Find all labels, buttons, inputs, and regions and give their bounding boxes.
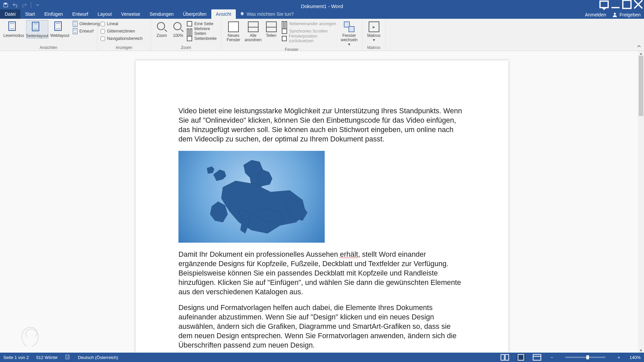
svg-rect-2 — [623, 0, 631, 8]
navpane-checkbox[interactable]: Navigationsbereich — [101, 35, 143, 42]
draft-button[interactable]: Entwurf — [73, 27, 100, 35]
arrange-all-button[interactable]: Alle anordnen — [244, 20, 262, 42]
tab-sendungen[interactable]: Sendungen — [145, 9, 178, 19]
svg-rect-0 — [5, 3, 6, 4]
tell-me-search[interactable]: Was möchten Sie tun? — [236, 9, 298, 19]
ribbon-display-options[interactable] — [598, 0, 610, 9]
document-workspace[interactable]: Video bietet eine leistungsstarke Möglic… — [0, 51, 644, 353]
ruler-checkbox[interactable]: Lineal — [101, 20, 143, 27]
switch-window-button[interactable]: Fenster wechseln ▾ — [340, 20, 359, 47]
tab-layout[interactable]: Layout — [93, 9, 116, 19]
weblayout-button[interactable]: Weblayout — [50, 20, 69, 38]
view-printlayout[interactable] — [517, 354, 525, 361]
svg-rect-7 — [518, 354, 524, 360]
pagelayout-button[interactable]: Seitenlayout — [26, 20, 48, 39]
share-button[interactable]: Freigeben — [612, 12, 641, 17]
svg-rect-4 — [66, 355, 69, 359]
qat-customize[interactable] — [34, 1, 41, 9]
tab-entwurf[interactable]: Entwurf — [68, 9, 93, 19]
tab-ueberpruefen[interactable]: Überprüfen — [178, 9, 211, 19]
svg-rect-5 — [501, 354, 504, 360]
view-weblayout[interactable] — [533, 354, 541, 361]
maximize-button[interactable] — [621, 0, 633, 9]
page-width-button[interactable]: Seitenbreite — [187, 35, 218, 42]
view-readmode[interactable] — [500, 354, 509, 361]
group-show-label: Anzeigen — [101, 45, 147, 50]
zoom-level[interactable]: 140% — [630, 355, 641, 360]
outline-button[interactable]: Gliederung — [73, 20, 100, 27]
save-button[interactable] — [2, 1, 9, 9]
tab-file[interactable]: Datei — [0, 9, 20, 19]
minimize-button[interactable] — [610, 0, 621, 9]
new-window-button[interactable]: Neues Fenster — [225, 20, 242, 42]
zoom-slider[interactable] — [565, 357, 605, 358]
readmode-button[interactable]: Lesemodus — [3, 20, 24, 38]
paragraph-1[interactable]: Video bietet eine leistungsstarke Möglic… — [178, 107, 466, 144]
scroll-up-button[interactable]: ▲ — [638, 51, 644, 56]
undo-button[interactable] — [11, 1, 19, 9]
svg-rect-1 — [600, 1, 608, 7]
zoom-100-button[interactable]: 100% — [171, 20, 185, 38]
redo-button[interactable] — [21, 1, 28, 9]
vertical-scrollbar[interactable]: ▲ ▼ — [638, 51, 644, 353]
inserted-image-europe-map[interactable] — [178, 151, 325, 243]
tab-ansicht[interactable]: Ansicht — [211, 9, 236, 19]
paragraph-3[interactable]: Designs und Formatvorlagen helfen auch d… — [178, 303, 466, 350]
tab-verweise[interactable]: Verweise — [116, 9, 145, 19]
zoom-button[interactable]: Zoom — [154, 20, 169, 38]
window-title: Dokument1 - Word — [301, 3, 343, 9]
paragraph-2[interactable]: Damit Ihr Dokument ein professionelles A… — [178, 250, 466, 297]
collapse-ribbon-button[interactable] — [636, 43, 642, 49]
macros-button[interactable]: Makros▾ — [366, 20, 382, 42]
europe-map-graphic — [188, 155, 315, 239]
reset-pos-button: Fensterposition zurücksetzen — [282, 35, 338, 42]
gridlines-checkbox[interactable]: Gitternetzlinien — [101, 27, 143, 35]
group-macros-label: Makros — [366, 45, 382, 50]
status-language[interactable]: Deutsch (Österreich) — [78, 355, 118, 360]
zoom-out-button[interactable]: − — [549, 355, 555, 360]
tell-me-placeholder: Was möchten Sie tun? — [247, 11, 293, 17]
split-button[interactable]: Teilen — [264, 20, 278, 38]
document-page[interactable]: Video bietet eine leistungsstarke Möglic… — [136, 60, 508, 353]
zoom-in-button[interactable]: + — [615, 355, 622, 360]
tab-start[interactable]: Start — [20, 9, 40, 19]
watermark-logo — [17, 323, 44, 350]
scroll-down-button[interactable]: ▼ — [638, 348, 644, 353]
close-button[interactable] — [633, 0, 644, 9]
tab-einfuegen[interactable]: Einfügen — [40, 9, 67, 19]
side-by-side-button: Nebeneinander anzeigen — [282, 20, 338, 27]
svg-rect-6 — [505, 354, 508, 360]
status-words[interactable]: 512 Wörter — [36, 355, 58, 360]
svg-point-3 — [614, 13, 616, 15]
spelling-error[interactable]: erhält — [340, 250, 358, 258]
status-proofing-icon[interactable] — [65, 354, 70, 361]
svg-rect-8 — [533, 354, 541, 360]
status-page[interactable]: Seite 1 von 2 — [3, 355, 29, 360]
signin-link[interactable]: Anmelden — [585, 12, 606, 17]
group-zoom-label: Zoom — [154, 45, 218, 50]
multi-page-button[interactable]: Mehrere Seiten — [187, 27, 218, 35]
scroll-thumb[interactable] — [639, 56, 643, 116]
group-views-label: Ansichten — [3, 45, 94, 50]
lightbulb-icon — [240, 12, 245, 16]
share-icon — [612, 12, 618, 17]
